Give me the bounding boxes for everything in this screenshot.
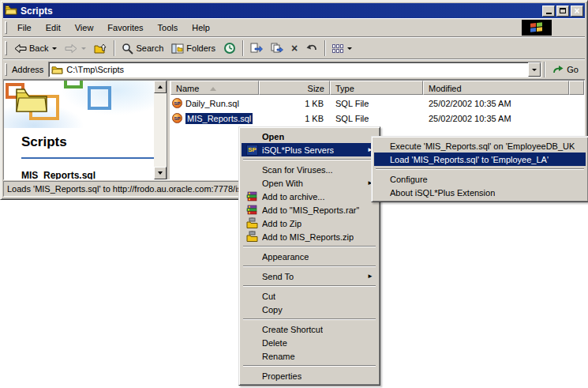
menu-icon-slot: SP [246,145,262,156]
context-menu-item-delete[interactable]: Delete [242,336,377,349]
address-folder-icon [51,65,63,74]
menu-separator [243,318,376,320]
menu-tools[interactable]: Tools [151,21,185,35]
views-button[interactable] [328,39,356,58]
file-name-selected[interactable]: MIS_Reports.sql [185,113,253,124]
forward-button[interactable] [61,39,90,58]
context-menu-item-isqlplus-servers[interactable]: SP iSQL*Plus Servers ► [242,143,377,156]
status-text: Loads 'MIS_Reports.sql' to http://frodo.… [7,184,246,194]
sort-ascending-icon [210,87,216,91]
history-button[interactable] [219,39,240,58]
toolbar-separator [242,40,244,56]
close-icon: × [574,7,579,15]
search-button[interactable]: Search [118,39,167,58]
addressbar-grip[interactable] [5,63,7,77]
isqlplus-servers-submenu: Execute 'MIS_Reports.sql' on 'EmployeeDB… [371,136,588,202]
close-button[interactable]: × [571,6,583,17]
go-button[interactable]: Go [548,63,585,77]
file-row-daily-run[interactable]: SP Daily_Run.sql 1 KB SQL File 25/02/200… [170,96,584,110]
back-button[interactable]: Back [10,39,61,58]
context-menu-item-cut[interactable]: Cut [242,289,377,303]
context-menu-item-create-shortcut[interactable]: Create Shortcut [242,322,377,336]
context-menu-item-properties[interactable]: Properties [242,369,377,382]
minimize-button[interactable] [542,6,555,17]
context-menu-item-send-to[interactable]: Send To ► [242,269,377,283]
delete-button[interactable]: × [287,39,301,58]
submenu-item-configure[interactable]: Configure [374,172,586,186]
scroll-down-button[interactable] [154,167,167,179]
file-row-mis-reports[interactable]: SP MIS_Reports.sql 1 KB SQL File 25/02/2… [170,111,584,125]
address-label: Address [12,65,43,74]
menu-separator [243,246,376,247]
submenu-item-load-to-employee-la[interactable]: Load 'MIS_Reports.sql' to 'Employee_LA' [374,153,586,166]
move-to-button[interactable] [246,39,267,58]
isqlplus-file-icon: SP [172,98,182,108]
submenu-item-execute-on-employeedb-uk[interactable]: Execute 'MIS_Reports.sql' on 'EmployeeDB… [374,139,586,153]
context-menu-item-add-to-archive[interactable]: Add to archive... [242,190,377,203]
file-name-cell: SP Daily_Run.sql [170,98,259,108]
menu-separator [243,285,376,287]
menu-icon-slot [246,231,262,243]
column-header-modified[interactable]: Modified [423,81,569,95]
menu-separator [243,159,376,160]
toolbar-separator [324,40,326,56]
folders-button[interactable]: Folders [167,39,219,58]
menu-help[interactable]: Help [185,21,217,35]
menu-file[interactable]: File [10,21,39,35]
history-icon [223,42,236,55]
addressbar-separator [544,62,545,77]
context-menu-item-add-to-named-zip[interactable]: Add to MIS_Reports.zip [242,230,377,243]
address-dropdown-button[interactable] [528,62,541,77]
up-button[interactable] [90,39,111,58]
scroll-up-button[interactable] [154,81,167,93]
context-menu-item-add-to-zip[interactable]: Add to Zip [242,217,377,230]
menu-favorites[interactable]: Favorites [100,21,150,35]
webview-inner: Scripts MIS_Reports.sql SQL File [4,81,154,179]
up-folder-icon [94,43,107,54]
isqlplus-file-icon: SP [172,113,182,123]
webview-scrollbar[interactable] [154,81,167,179]
context-menu-item-scan-for-viruses[interactable]: Scan for Viruses... [242,163,377,176]
menu-edit[interactable]: Edit [39,21,68,35]
context-menu-item-rename[interactable]: Rename [242,349,377,363]
file-modified: 25/02/2002 10:35 AM [423,99,569,108]
context-menu-item-open-with[interactable]: Open With ► [242,176,377,190]
column-header-filler [569,81,584,95]
scroll-down-icon [158,171,163,175]
address-bar: Address C:\Tmp\Scripts Go [3,59,585,80]
title-bar[interactable]: Scripts × [3,3,585,18]
winrar-icon [246,204,258,216]
go-arrow-icon [552,65,564,75]
file-modified: 25/02/2002 10:35 AM [423,114,569,123]
toolbar: Back Search Folders [3,37,585,59]
context-menu-item-add-to-rar[interactable]: Add to "MIS_Reports.rar" [242,203,377,217]
folder-banner-graphic [4,81,154,128]
column-header-name[interactable]: Name [170,81,259,95]
address-dropdown-icon [532,69,537,71]
copy-to-button[interactable] [267,39,287,58]
submenu-arrow-icon: ► [367,273,373,280]
context-menu-item-appearance[interactable]: Appearance [242,250,377,263]
undo-button[interactable] [301,39,322,58]
maximize-icon [560,8,566,13]
address-path[interactable]: C:\Tmp\Scripts [66,65,528,74]
context-menu-item-open[interactable]: Open [242,130,377,143]
menubar-grip[interactable] [5,21,7,33]
file-size: 1 KB [259,114,330,123]
address-combo[interactable]: C:\Tmp\Scripts [48,62,541,77]
maximize-button[interactable] [556,6,569,17]
folder-title: Scripts [21,134,154,150]
menu-icon-slot [246,204,262,216]
column-header-size[interactable]: Size [259,81,330,95]
menu-view[interactable]: View [68,21,101,35]
banner-folder-icon [15,86,48,115]
column-header-type[interactable]: Type [330,81,423,95]
move-to-icon [250,43,263,54]
toolbar-grip[interactable] [5,41,7,55]
file-type: SQL File [330,99,423,108]
context-menu-item-copy[interactable]: Copy [242,303,377,316]
submenu-item-about-isqlplus-extension[interactable]: About iSQL*Plus Extension [374,186,586,199]
copy-to-icon [271,43,283,54]
file-name[interactable]: Daily_Run.sql [185,99,239,108]
winzip-icon [246,231,258,243]
